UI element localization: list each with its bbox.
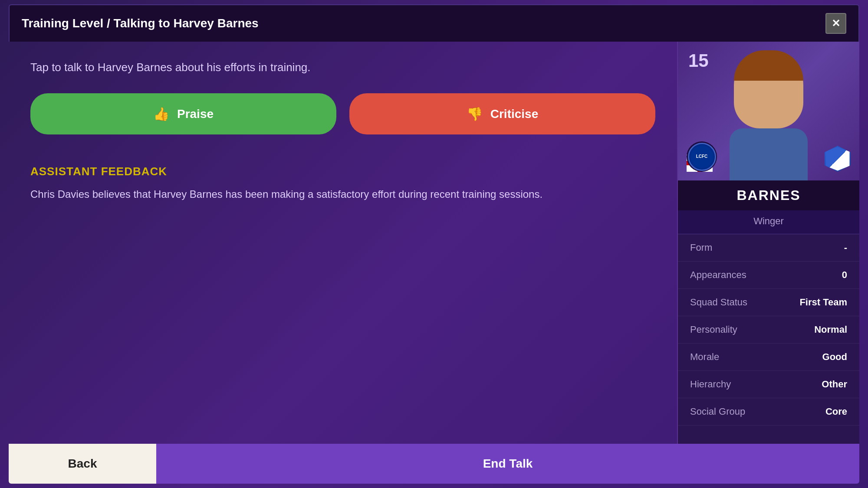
personality-value: Normal [814,324,847,335]
player-name: BARNES [687,187,851,203]
player-stats: Form - Appearances 0 Squad Status First … [678,234,859,444]
criticise-label: Criticise [490,107,539,121]
player-head [734,50,803,128]
stat-row-hierarchy: Hierarchy Other [678,371,859,398]
player-card-header: 15 [678,42,859,180]
stat-row-personality: Personality Normal [678,316,859,344]
position-badge [825,146,851,172]
squad-status-value: First Team [799,297,847,308]
morale-value: Good [822,351,847,363]
stat-row-form: Form - [678,234,859,262]
appearances-label: Appearances [690,269,746,281]
hierarchy-label: Hierarchy [690,379,731,390]
social-group-value: Core [825,406,847,417]
assistant-feedback-text: Chris Davies believes that Harvey Barnes… [30,186,655,203]
player-name-bar: BARNES [678,180,859,210]
instruction-text: Tap to talk to Harvey Barnes about his e… [30,59,655,76]
player-card: 15 [678,42,859,444]
action-buttons: 👍 Praise 👎 Criticise [30,93,655,134]
modal-bottom: Back End Talk [9,444,859,484]
leicester-badge-icon: LCFC [688,143,716,171]
modal-title-bar: Training Level / Talking to Harvey Barne… [9,4,859,42]
diagonal-shield-icon [826,147,850,171]
praise-button[interactable]: 👍 Praise [30,93,336,134]
social-group-label: Social Group [690,406,745,417]
close-button[interactable]: ✕ [825,13,846,34]
end-talk-button[interactable]: End Talk [156,444,859,484]
assistant-feedback-title: ASSISTANT FEEDBACK [30,165,655,178]
club-badge: LCFC [687,141,717,172]
thumbs-down-icon: 👎 [467,106,483,121]
club-badge-text: LCFC [696,154,708,159]
modal-main-area: Tap to talk to Harvey Barnes about his e… [9,42,859,444]
thumbs-up-icon: 👍 [153,106,169,121]
modal-title: Training Level / Talking to Harvey Barne… [22,16,259,30]
assistant-feedback-section: ASSISTANT FEEDBACK Chris Davies believes… [30,165,655,203]
left-panel: Tap to talk to Harvey Barnes about his e… [9,42,677,444]
modal-content: Tap to talk to Harvey Barnes about his e… [9,42,859,484]
criticise-button[interactable]: 👎 Criticise [349,93,655,134]
stat-row-appearances: Appearances 0 [678,262,859,289]
personality-label: Personality [690,324,737,335]
morale-label: Morale [690,351,719,363]
player-body [730,128,808,180]
right-panel: 15 [677,42,859,444]
form-label: Form [690,242,712,253]
modal-wrapper: Training Level / Talking to Harvey Barne… [9,4,859,484]
player-number: 15 [688,50,709,71]
form-value: - [844,242,847,253]
player-hair [734,50,803,81]
player-photo [725,50,812,172]
back-button[interactable]: Back [9,444,156,484]
squad-status-label: Squad Status [690,297,747,308]
stat-row-morale: Morale Good [678,344,859,371]
appearances-value: 0 [842,269,847,281]
stat-row-squad-status: Squad Status First Team [678,289,859,316]
praise-label: Praise [177,107,214,121]
hierarchy-value: Other [822,379,847,390]
stat-row-social-group: Social Group Core [678,398,859,426]
player-position: Winger [678,210,859,234]
